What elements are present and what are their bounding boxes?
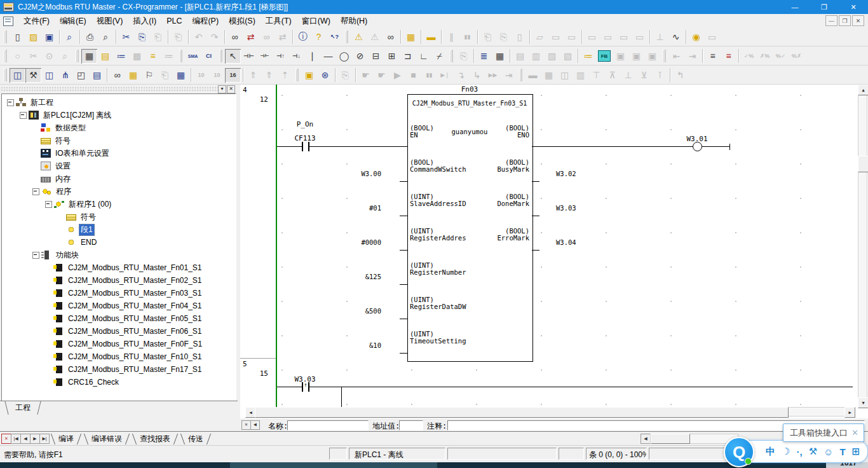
tree-item[interactable]: CJ2M_Modbus_RTU_Master_Fn02_S1: [2, 274, 236, 287]
toolbar-icon[interactable]: ◯: [336, 49, 352, 64]
toolbar-icon[interactable]: ◫: [10, 68, 25, 83]
toolbar-icon[interactable]: ✗%: [757, 49, 773, 64]
menu-item[interactable]: 视图(V): [92, 15, 128, 27]
menu-item[interactable]: 帮助(H): [336, 15, 372, 27]
tree-item[interactable]: 新程序1 (00): [2, 198, 236, 210]
horizontal-scroll-thumb[interactable]: [255, 407, 789, 418]
toolbar-icon[interactable]: CI: [201, 49, 217, 64]
toolbar-icon[interactable]: ⊻: [636, 68, 652, 83]
toolbar-icon[interactable]: ⎗: [480, 30, 496, 45]
toolbar-grip[interactable]: [449, 49, 454, 63]
output-coil[interactable]: [693, 142, 702, 151]
toolbar-icon[interactable]: ∞: [227, 30, 243, 45]
toolbar-icon[interactable]: ⇑: [261, 68, 277, 83]
toolbar-icon[interactable]: ≡: [705, 49, 721, 64]
tree-expander-icon[interactable]: [20, 112, 27, 119]
toolbar-icon[interactable]: ▮▮: [421, 68, 437, 83]
toolbar-icon[interactable]: ▤: [512, 49, 528, 64]
panel-pin-icon[interactable]: ▾: [218, 85, 226, 93]
panel-grip[interactable]: [1, 86, 222, 92]
toolbar-icon[interactable]: ⊣↑: [273, 49, 288, 64]
toolbar-icon[interactable]: ⎙: [82, 30, 98, 45]
toolbar-icon[interactable]: 16: [225, 68, 241, 83]
toolbar-icon[interactable]: ▣: [301, 68, 317, 83]
toolbar-icon[interactable]: ⊤: [588, 68, 604, 83]
tree-expander-icon[interactable]: [7, 99, 14, 106]
toolbar-icon[interactable]: ⚠: [367, 30, 383, 45]
toolbar-icon[interactable]: ⇥: [501, 68, 517, 83]
tree-item[interactable]: 新工程: [2, 96, 236, 109]
toolbar-grip[interactable]: [178, 49, 184, 63]
skin-icon[interactable]: T: [839, 446, 845, 457]
toolbar-icon[interactable]: ▬: [525, 68, 541, 83]
menu-item[interactable]: 窗口(W): [297, 15, 336, 27]
toolbar-icon[interactable]: ✂: [118, 30, 134, 45]
toolbar-icon[interactable]: ⊥: [652, 30, 668, 45]
tree-item[interactable]: 符号: [2, 134, 236, 147]
tree-item[interactable]: 数据类型: [2, 121, 236, 134]
panel-close-icon[interactable]: ✕: [227, 85, 235, 93]
toolbar-icon[interactable]: ∞: [383, 30, 398, 45]
tree-item[interactable]: END: [2, 236, 236, 249]
tree-item[interactable]: 程序: [2, 185, 236, 198]
toolbar-icon[interactable]: ⚒: [25, 68, 41, 83]
output-nav-icon[interactable]: ▶: [30, 434, 40, 444]
toolbar-icon[interactable]: ▱: [532, 30, 548, 45]
toolbar-icon[interactable]: ▣: [41, 30, 57, 45]
menu-item[interactable]: 模拟(S): [224, 15, 261, 27]
toolbar-icon[interactable]: ▦: [81, 49, 97, 64]
ladder-window-icon[interactable]: [3, 17, 13, 26]
toolbar-icon[interactable]: ⊞: [384, 49, 400, 64]
toolbar-icon[interactable]: ≣: [476, 49, 492, 64]
menu-item[interactable]: 编辑(E): [55, 15, 92, 27]
ime-toolbar[interactable]: Q 中☽·,⚒☺T⊞: [728, 440, 868, 463]
toolbar-icon[interactable]: ⇑: [245, 68, 261, 83]
menu-item[interactable]: 文件(F): [18, 15, 55, 27]
toolbar-icon[interactable]: ⊘: [352, 49, 368, 64]
output-nav-icon[interactable]: ▶|: [39, 434, 50, 444]
toolbar-icon[interactable]: ▭: [584, 30, 600, 45]
toolbar-icon[interactable]: ▣: [628, 49, 644, 64]
toolbar-icon[interactable]: ▦: [492, 49, 508, 64]
tree-item[interactable]: IO表和单元设置: [2, 147, 236, 160]
toolbar-icon[interactable]: ❘: [304, 49, 320, 64]
address-input[interactable]: [399, 420, 423, 430]
toolbar-icon[interactable]: ⌕: [57, 49, 73, 64]
toolbar-icon[interactable]: ≔: [161, 49, 177, 64]
output-tab[interactable]: 编译错误: [87, 434, 126, 444]
toolbar-icon[interactable]: ▤: [89, 68, 105, 83]
toolbar-icon[interactable]: ↖?: [327, 30, 342, 45]
mdi-restore-button[interactable]: ❐: [839, 15, 851, 26]
toolbar-icon[interactable]: ○: [10, 49, 25, 64]
toolbar-icon[interactable]: ⇄: [275, 30, 290, 45]
output-tab[interactable]: 查找报表: [135, 434, 175, 444]
toolbar-icon[interactable]: ↴: [453, 68, 469, 83]
toolbar-grip[interactable]: [344, 30, 349, 44]
toolbar-icon[interactable]: ⇄: [243, 30, 259, 45]
toolbar-icon[interactable]: SMA: [185, 49, 201, 64]
toolbar-icon[interactable]: ⊐: [400, 49, 416, 64]
tree-item[interactable]: CJ2M_Modbus_RTU_Master_Fn04_S1: [2, 299, 236, 312]
tree-item[interactable]: CJ2M_Modbus_RTU_Master_Fn10_S1: [2, 350, 236, 363]
toolbar-icon[interactable]: ◰: [73, 68, 89, 83]
toolbar-icon[interactable]: ⎘: [337, 68, 353, 83]
toolbar-icon[interactable]: ⊙: [41, 49, 57, 64]
toolbar-icon[interactable]: ◫: [557, 68, 573, 83]
toolbar-icon[interactable]: ∞: [259, 30, 275, 45]
toolbar-icon[interactable]: ⎘: [134, 30, 150, 45]
smiley-icon[interactable]: ☺: [824, 446, 833, 457]
toolbar-icon[interactable]: ▣: [613, 49, 628, 64]
toolbar-icon[interactable]: ▥: [573, 68, 588, 83]
vertical-scrollbar[interactable]: [858, 85, 867, 407]
toolbar-grip[interactable]: [3, 68, 8, 82]
toolbar-icon[interactable]: ⊼: [604, 68, 620, 83]
toolbox-grid-icon[interactable]: ⊞: [852, 446, 860, 457]
toolbar-icon[interactable]: ■: [405, 68, 421, 83]
toolbar-icon[interactable]: ↖: [225, 49, 241, 64]
toolbar-icon[interactable]: ⎗: [150, 30, 166, 45]
toolbar-icon[interactable]: ⇤: [668, 49, 684, 64]
toolbar-icon[interactable]: ▦: [173, 68, 189, 83]
toolbar-icon[interactable]: ▶▶: [485, 68, 501, 83]
punctuation-icon[interactable]: ·,: [796, 446, 802, 457]
toolbar-icon[interactable]: ≡: [145, 49, 161, 64]
